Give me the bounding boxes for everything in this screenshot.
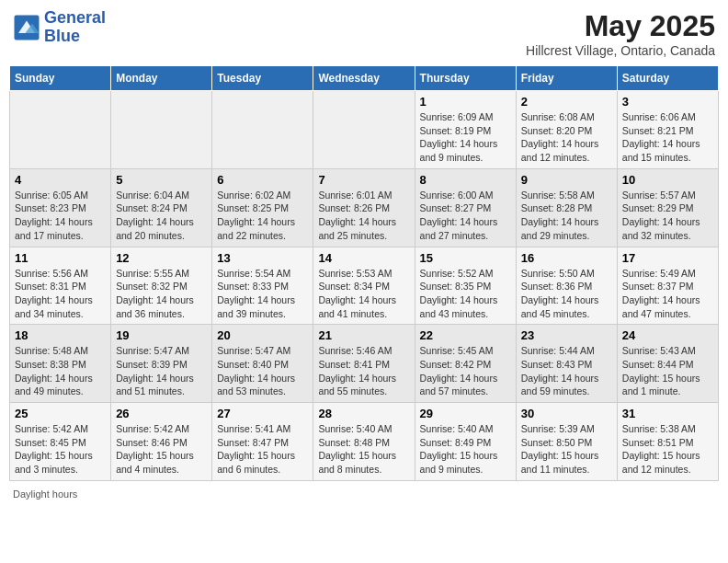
day-number: 26 — [116, 407, 207, 420]
day-number: 30 — [521, 407, 612, 420]
day-info: Sunrise: 5:53 AMSunset: 8:34 PMDaylight:… — [318, 267, 409, 321]
day-info: Sunrise: 6:04 AMSunset: 8:24 PMDaylight:… — [116, 189, 207, 243]
column-header-thursday: Thursday — [415, 66, 516, 91]
day-number: 9 — [521, 173, 612, 187]
calendar-cell: 2Sunrise: 6:08 AMSunset: 8:20 PMDaylight… — [516, 91, 617, 169]
footer: Daylight hours — [9, 488, 719, 500]
calendar-cell: 13Sunrise: 5:54 AMSunset: 8:33 PMDayligh… — [212, 247, 313, 325]
calendar-cell: 1Sunrise: 6:09 AMSunset: 8:19 PMDaylight… — [415, 91, 516, 169]
calendar-cell: 21Sunrise: 5:46 AMSunset: 8:41 PMDayligh… — [313, 325, 415, 403]
day-info: Sunrise: 6:00 AMSunset: 8:27 PMDaylight:… — [420, 189, 511, 243]
day-info: Sunrise: 5:49 AMSunset: 8:37 PMDaylight:… — [622, 267, 713, 321]
day-number: 13 — [217, 251, 308, 265]
day-info: Sunrise: 5:42 AMSunset: 8:46 PMDaylight:… — [116, 422, 207, 477]
day-number: 11 — [15, 251, 106, 265]
day-number: 21 — [318, 328, 409, 342]
day-info: Sunrise: 5:47 AMSunset: 8:40 PMDaylight:… — [217, 344, 308, 398]
calendar-cell: 28Sunrise: 5:40 AMSunset: 8:48 PMDayligh… — [313, 403, 415, 481]
calendar-cell: 19Sunrise: 5:47 AMSunset: 8:39 PMDayligh… — [111, 325, 212, 403]
calendar-cell: 26Sunrise: 5:42 AMSunset: 8:46 PMDayligh… — [111, 403, 212, 481]
calendar-cell: 8Sunrise: 6:00 AMSunset: 8:27 PMDaylight… — [415, 168, 516, 247]
calendar-cell: 15Sunrise: 5:52 AMSunset: 8:35 PMDayligh… — [415, 247, 516, 325]
day-info: Sunrise: 5:43 AMSunset: 8:44 PMDaylight:… — [622, 344, 713, 398]
day-info: Sunrise: 5:56 AMSunset: 8:31 PMDaylight:… — [15, 267, 106, 321]
calendar-cell: 17Sunrise: 5:49 AMSunset: 8:37 PMDayligh… — [617, 247, 718, 325]
subtitle: Hillcrest Village, Ontario, Canada — [526, 43, 715, 58]
day-info: Sunrise: 6:06 AMSunset: 8:21 PMDaylight:… — [622, 110, 713, 165]
column-header-monday: Monday — [111, 66, 212, 91]
day-number: 15 — [420, 251, 511, 265]
calendar-cell: 14Sunrise: 5:53 AMSunset: 8:34 PMDayligh… — [313, 247, 415, 325]
day-number: 4 — [15, 173, 106, 187]
day-info: Sunrise: 5:39 AMSunset: 8:50 PMDaylight:… — [521, 422, 612, 477]
day-number: 19 — [116, 328, 207, 342]
day-info: Sunrise: 5:54 AMSunset: 8:33 PMDaylight:… — [217, 267, 308, 321]
calendar-cell — [10, 91, 111, 169]
calendar-cell: 7Sunrise: 6:01 AMSunset: 8:26 PMDaylight… — [313, 168, 415, 247]
day-number: 1 — [420, 95, 511, 109]
day-number: 17 — [622, 251, 713, 265]
day-number: 18 — [15, 328, 106, 342]
calendar-cell: 20Sunrise: 5:47 AMSunset: 8:40 PMDayligh… — [212, 325, 313, 403]
day-info: Sunrise: 5:48 AMSunset: 8:38 PMDaylight:… — [15, 344, 106, 398]
week-row-4: 18Sunrise: 5:48 AMSunset: 8:38 PMDayligh… — [10, 325, 719, 403]
day-info: Sunrise: 6:08 AMSunset: 8:20 PMDaylight:… — [521, 110, 612, 165]
day-number: 27 — [217, 407, 308, 420]
column-header-saturday: Saturday — [617, 66, 718, 91]
week-row-3: 11Sunrise: 5:56 AMSunset: 8:31 PMDayligh… — [10, 247, 719, 325]
day-number: 20 — [217, 328, 308, 342]
column-header-wednesday: Wednesday — [313, 66, 415, 91]
day-info: Sunrise: 5:55 AMSunset: 8:32 PMDaylight:… — [116, 267, 207, 321]
day-number: 25 — [15, 407, 106, 420]
main-title: May 2025 — [526, 9, 715, 43]
calendar-cell — [111, 91, 212, 169]
day-number: 23 — [521, 328, 612, 342]
page-header: General Blue May 2025 Hillcrest Village,… — [9, 9, 719, 58]
day-number: 28 — [318, 407, 409, 420]
day-number: 5 — [116, 173, 207, 187]
calendar-cell — [313, 91, 415, 169]
day-number: 2 — [521, 95, 612, 109]
day-info: Sunrise: 6:05 AMSunset: 8:23 PMDaylight:… — [15, 189, 106, 243]
week-row-2: 4Sunrise: 6:05 AMSunset: 8:23 PMDaylight… — [10, 168, 719, 247]
day-number: 31 — [622, 407, 713, 420]
daylight-label: Daylight hours — [13, 488, 77, 500]
day-number: 24 — [622, 328, 713, 342]
day-info: Sunrise: 5:46 AMSunset: 8:41 PMDaylight:… — [318, 344, 409, 398]
calendar-cell: 27Sunrise: 5:41 AMSunset: 8:47 PMDayligh… — [212, 403, 313, 481]
calendar-cell: 18Sunrise: 5:48 AMSunset: 8:38 PMDayligh… — [10, 325, 111, 403]
day-number: 22 — [420, 328, 511, 342]
day-info: Sunrise: 5:58 AMSunset: 8:28 PMDaylight:… — [521, 189, 612, 243]
calendar-cell: 29Sunrise: 5:40 AMSunset: 8:49 PMDayligh… — [415, 403, 516, 481]
calendar-cell: 25Sunrise: 5:42 AMSunset: 8:45 PMDayligh… — [10, 403, 111, 481]
day-number: 10 — [622, 173, 713, 187]
logo-icon — [13, 14, 40, 41]
calendar-cell: 9Sunrise: 5:58 AMSunset: 8:28 PMDaylight… — [516, 168, 617, 247]
column-header-tuesday: Tuesday — [212, 66, 313, 91]
calendar-cell: 12Sunrise: 5:55 AMSunset: 8:32 PMDayligh… — [111, 247, 212, 325]
calendar-cell: 3Sunrise: 6:06 AMSunset: 8:21 PMDaylight… — [617, 91, 718, 169]
day-info: Sunrise: 5:52 AMSunset: 8:35 PMDaylight:… — [420, 267, 511, 321]
week-row-5: 25Sunrise: 5:42 AMSunset: 8:45 PMDayligh… — [10, 403, 719, 481]
day-number: 6 — [217, 173, 308, 187]
calendar-cell — [212, 91, 313, 169]
logo-line1: General — [44, 9, 106, 28]
header-row: SundayMondayTuesdayWednesdayThursdayFrid… — [10, 66, 719, 91]
day-number: 8 — [420, 173, 511, 187]
day-info: Sunrise: 5:40 AMSunset: 8:49 PMDaylight:… — [420, 422, 511, 477]
column-header-friday: Friday — [516, 66, 617, 91]
day-info: Sunrise: 5:44 AMSunset: 8:43 PMDaylight:… — [521, 344, 612, 398]
day-info: Sunrise: 5:50 AMSunset: 8:36 PMDaylight:… — [521, 267, 612, 321]
calendar-header: SundayMondayTuesdayWednesdayThursdayFrid… — [10, 66, 719, 91]
day-info: Sunrise: 5:42 AMSunset: 8:45 PMDaylight:… — [15, 422, 106, 477]
day-info: Sunrise: 6:09 AMSunset: 8:19 PMDaylight:… — [420, 110, 511, 165]
title-area: May 2025 Hillcrest Village, Ontario, Can… — [526, 9, 715, 58]
calendar-cell: 6Sunrise: 6:02 AMSunset: 8:25 PMDaylight… — [212, 168, 313, 247]
day-number: 14 — [318, 251, 409, 265]
day-number: 7 — [318, 173, 409, 187]
day-number: 16 — [521, 251, 612, 265]
day-info: Sunrise: 5:57 AMSunset: 8:29 PMDaylight:… — [622, 189, 713, 243]
calendar-cell: 31Sunrise: 5:38 AMSunset: 8:51 PMDayligh… — [617, 403, 718, 481]
day-info: Sunrise: 5:47 AMSunset: 8:39 PMDaylight:… — [116, 344, 207, 398]
week-row-1: 1Sunrise: 6:09 AMSunset: 8:19 PMDaylight… — [10, 91, 719, 169]
